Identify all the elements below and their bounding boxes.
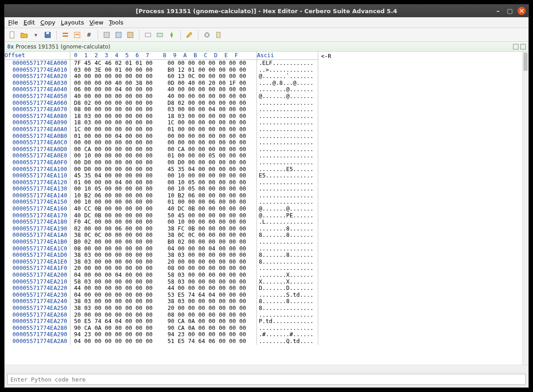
docbar-button-1[interactable] xyxy=(513,44,518,49)
svg-rect-0 xyxy=(10,32,14,38)
hex-row[interactable]: 00005571774EA17040 DC 0B 00 00 00 00 005… xyxy=(5,212,318,219)
hex-row[interactable]: 00005571774EA0E000 10 00 00 00 00 00 000… xyxy=(5,152,318,159)
tool-orange1-icon[interactable] xyxy=(60,30,70,40)
hex-rows[interactable]: 00005571774EA0007F 45 4C 46 02 01 01 000… xyxy=(5,60,318,345)
svg-rect-7 xyxy=(104,32,109,38)
hex-row[interactable]: 00005571774EA0007F 45 4C 46 02 01 01 000… xyxy=(5,60,318,67)
ascii-header: Ascii xyxy=(257,52,318,60)
bytes-header: 0 1 2 3 4 5 6 7 8 9 A B C D E F xyxy=(70,52,257,60)
hex-row[interactable]: 00005571774EA2A004 00 00 00 00 00 00 005… xyxy=(5,338,318,345)
svg-rect-2 xyxy=(46,32,49,34)
hex-row[interactable]: 00005571774EA04006 00 00 00 04 00 00 004… xyxy=(5,86,318,93)
hex-row[interactable]: 00005571774EA12001 00 00 00 04 00 00 000… xyxy=(5,179,318,186)
tool-green-icon[interactable] xyxy=(167,30,177,40)
hex-view[interactable]: Offset 0 1 2 3 4 5 6 7 8 9 A B C D E F A… xyxy=(5,52,318,365)
hex-row[interactable]: 00005571774EA28090 CA 0A 00 00 00 00 009… xyxy=(5,325,318,332)
hex-row[interactable]: 00005571774EA10000 D0 00 00 00 00 00 004… xyxy=(5,166,318,173)
window-controls: – ▢ ✕ xyxy=(494,7,526,15)
tool-box1-icon[interactable] xyxy=(102,30,112,40)
menu-edit[interactable]: Edit xyxy=(24,19,35,26)
hex-row[interactable]: 00005571774EA07008 00 00 00 00 00 00 000… xyxy=(5,106,318,113)
side-panel: <-R xyxy=(318,52,528,365)
hex-row[interactable]: 00005571774EA14010 B2 06 00 00 00 00 001… xyxy=(5,192,318,199)
hex-row[interactable]: 00005571774EA1D038 03 00 00 00 00 00 003… xyxy=(5,252,318,259)
tool-orange2-icon[interactable] xyxy=(72,30,82,40)
hex-row[interactable]: 00005571774EA15000 10 00 00 00 00 00 000… xyxy=(5,199,318,206)
tool-rect2-icon[interactable] xyxy=(155,30,165,40)
hex-row[interactable]: 00005571774EA1C008 00 00 00 00 00 00 000… xyxy=(5,245,318,252)
hex-row[interactable]: 00005571774EA26020 00 00 00 00 00 00 000… xyxy=(5,312,318,318)
new-file-icon[interactable] xyxy=(7,30,17,40)
menu-copy[interactable]: Copy xyxy=(40,19,55,26)
hex-row[interactable]: 00005571774EA19002 00 00 00 06 00 00 003… xyxy=(5,225,318,232)
save-icon[interactable] xyxy=(43,30,53,40)
hex-row[interactable]: 00005571774EA21058 03 00 00 00 00 00 005… xyxy=(5,279,318,285)
dropdown-icon[interactable]: ▾ xyxy=(31,30,41,40)
hex-row[interactable]: 00005571774EA0D000 CA 00 00 00 00 00 000… xyxy=(5,146,318,153)
maximize-button[interactable]: ▢ xyxy=(506,7,514,15)
hex-row[interactable]: 00005571774EA180F0 4C 00 00 00 00 00 000… xyxy=(5,219,318,225)
tool-rect1-icon[interactable] xyxy=(143,30,153,40)
svg-point-13 xyxy=(206,34,208,36)
hex-row[interactable]: 00005571774EA24038 03 00 00 00 00 00 003… xyxy=(5,298,318,305)
hex-row[interactable]: 00005571774EA0C000 00 00 00 00 00 00 000… xyxy=(5,139,318,146)
tool-box2-icon[interactable] xyxy=(114,30,123,40)
svg-rect-8 xyxy=(116,32,121,38)
hex-row[interactable]: 00005571774EA16040 CC 0B 00 00 00 00 004… xyxy=(5,206,318,212)
bottom-panel xyxy=(5,371,528,387)
menu-view[interactable]: View xyxy=(89,19,104,26)
hex-row[interactable]: 00005571774EA08018 03 00 00 00 00 00 001… xyxy=(5,113,318,120)
hex-row[interactable]: 00005571774EA060D8 02 00 00 00 00 00 00D… xyxy=(5,100,318,107)
hex-row[interactable]: 00005571774EA01003 00 3E 00 01 00 00 00B… xyxy=(5,67,318,74)
hex-row[interactable]: 00005571774EA1B0B0 02 00 00 00 00 00 00B… xyxy=(5,239,318,245)
close-button[interactable]: ✕ xyxy=(518,7,526,15)
hex-row[interactable]: 00005571774EA0F000 D0 00 00 00 00 00 000… xyxy=(5,159,318,166)
hex-row[interactable]: 00005571774EA25038 03 00 00 00 00 00 002… xyxy=(5,305,318,312)
svg-rect-11 xyxy=(157,33,163,37)
menubar: File Edit Copy Layouts View Tools xyxy=(5,17,528,28)
hex-row[interactable]: 00005571774EA02040 00 00 00 00 00 00 006… xyxy=(5,73,318,80)
hex-row[interactable]: 00005571774EA11045 35 04 00 00 00 00 000… xyxy=(5,172,318,179)
offset-header: Offset xyxy=(5,52,70,60)
hex-row[interactable]: 00005571774EA05040 00 00 00 00 00 00 004… xyxy=(5,93,318,100)
tool-extra-icon[interactable] xyxy=(214,30,224,40)
svg-rect-6 xyxy=(75,34,79,35)
toolbar: ▾ # xyxy=(5,28,528,42)
hash-icon[interactable]: # xyxy=(84,30,94,40)
docbar-button-2[interactable] xyxy=(520,44,526,49)
menu-tools[interactable]: Tools xyxy=(109,19,123,26)
titlebar[interactable]: [Process 191351 (gnome-calculato)] - Hex… xyxy=(5,5,528,17)
open-folder-icon[interactable] xyxy=(19,30,29,40)
svg-rect-3 xyxy=(63,33,68,34)
vertical-scrollbar[interactable] xyxy=(522,52,528,365)
tool-box3-icon[interactable] xyxy=(125,30,135,40)
pencil-icon[interactable] xyxy=(184,30,194,40)
svg-rect-14 xyxy=(217,32,220,38)
hex-row[interactable]: 00005571774EA29094 23 00 00 00 00 00 009… xyxy=(5,331,318,338)
hex-row[interactable]: 00005571774EA03000 00 00 00 40 00 38 000… xyxy=(5,80,318,87)
application-window: [Process 191351 (gnome-calculato)] - Hex… xyxy=(4,4,529,388)
hex-row[interactable]: 00005571774EA23004 00 00 00 00 00 00 005… xyxy=(5,292,318,299)
menu-file[interactable]: File xyxy=(8,19,18,26)
svg-rect-10 xyxy=(145,33,151,37)
document-title: Process 191351 (gnome-calculato) xyxy=(15,44,110,50)
side-panel-text: <-R xyxy=(321,53,331,59)
svg-rect-9 xyxy=(128,32,133,38)
hex-row[interactable]: 00005571774EA1E038 03 00 00 00 00 00 002… xyxy=(5,259,318,265)
hex-row[interactable]: 00005571774EA1F020 00 00 00 00 00 00 000… xyxy=(5,265,318,272)
horizontal-scrollbar[interactable] xyxy=(5,365,528,371)
menu-layouts[interactable]: Layouts xyxy=(61,19,84,26)
hex-row[interactable]: 00005571774EA22044 00 00 00 00 00 00 004… xyxy=(5,285,318,292)
gear-icon[interactable] xyxy=(202,30,212,40)
hex-row[interactable]: 00005571774EA0A01C 00 00 00 00 00 00 000… xyxy=(5,126,318,133)
hex-row[interactable]: 00005571774EA09018 03 00 00 00 00 00 001… xyxy=(5,119,318,126)
hex-row[interactable]: 00005571774EA1A038 0C 0C 00 00 00 00 003… xyxy=(5,232,318,239)
hex-row[interactable]: 00005571774EA0B001 00 00 00 04 00 00 000… xyxy=(5,133,318,140)
window-title: [Process 191351 (gnome-calculato)] - Hex… xyxy=(136,8,397,15)
hex-row[interactable]: 00005571774EA13000 10 05 00 00 00 00 000… xyxy=(5,186,318,192)
hex-row[interactable]: 00005571774EA27050 E5 74 64 04 00 00 009… xyxy=(5,318,318,325)
hex-prefix-label: 0x xyxy=(7,44,14,50)
hex-row[interactable]: 00005571774EA20004 00 00 00 04 00 00 005… xyxy=(5,272,318,279)
minimize-button[interactable]: – xyxy=(494,7,502,15)
python-input[interactable] xyxy=(7,374,526,385)
